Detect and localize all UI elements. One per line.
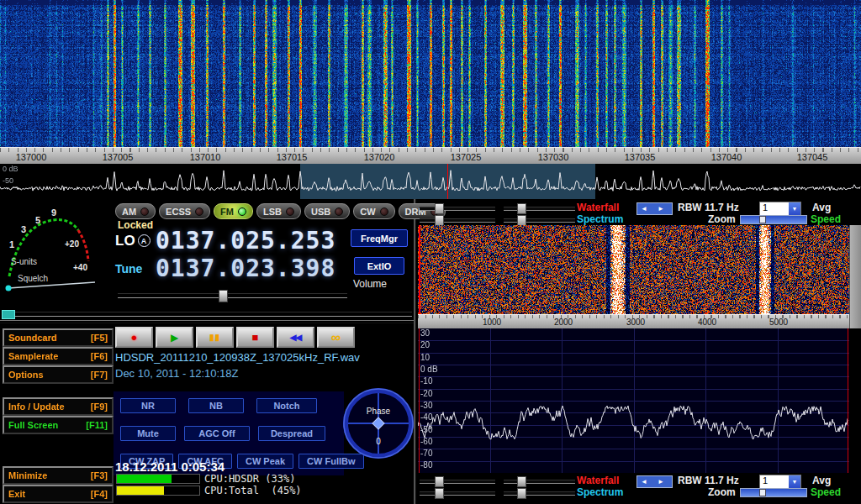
button-hotkey: [F6]: [91, 351, 108, 361]
slider-handle[interactable]: [435, 488, 444, 499]
play-icon: ▶: [171, 333, 178, 343]
spectrum-toggle[interactable]: Spectrum: [577, 486, 623, 498]
stop-button[interactable]: ■: [236, 327, 274, 348]
s-meter: 1 3 5 9 +20 +40 S-units Squelch: [1, 201, 111, 307]
volume-slider[interactable]: [118, 293, 347, 298]
mute-button[interactable]: Mute: [120, 426, 176, 441]
audio-waterfall[interactable]: [418, 225, 849, 314]
freq-label: 137030: [528, 152, 578, 162]
main-spectrum[interactable]: 0 dB -50: [0, 164, 861, 199]
zoom-slider[interactable]: [740, 488, 807, 497]
lo-frequency-display[interactable]: 0137.025.253: [156, 228, 335, 254]
mode-led-icon: [380, 207, 388, 216]
zoom-slider[interactable]: [740, 215, 807, 224]
pause-button[interactable]: ▮▮: [196, 327, 234, 348]
waterfall-contrast-slider[interactable]: [504, 480, 575, 484]
db-label: -10: [420, 376, 432, 386]
minimize-button[interactable]: Minimize [F3]: [3, 466, 114, 485]
exit-button[interactable]: Exit [F4]: [3, 485, 114, 503]
pause-icon: ▮▮: [209, 333, 220, 342]
nb-button[interactable]: NB: [188, 398, 244, 413]
despread-button[interactable]: Despread: [258, 426, 325, 441]
soundcard-button[interactable]: Soundcard [F5]: [3, 328, 114, 347]
button-label: Samplerate: [8, 351, 58, 361]
cpu-hdsdr-label: CPU:HDSDR (33%): [204, 473, 295, 485]
db-label: 20: [420, 340, 430, 349]
mode-label: AM: [122, 207, 136, 217]
freqmgr-button[interactable]: FreqMgr: [351, 229, 408, 247]
s-meter-units-label: S-units: [11, 257, 37, 266]
freq-label: 3000: [610, 318, 661, 327]
right-controls-bottom: Waterfall ◄ ► RBW 11.7 Hz 1 ▼ Avg Spectr…: [416, 475, 861, 498]
mode-led-icon: [335, 207, 343, 216]
freq-label: 137005: [92, 152, 143, 162]
waterfall-side-strip: [849, 225, 861, 328]
waterfall-toggle[interactable]: Waterfall: [577, 475, 619, 486]
db-label: -60: [420, 437, 432, 446]
db-label: -40: [420, 412, 432, 422]
volume-slider-handle[interactable]: [219, 290, 228, 302]
tune-frequency-display[interactable]: 0137.023.398: [156, 256, 335, 281]
main-spectrum-canvas[interactable]: [0, 164, 861, 199]
waterfall-contrast-slider[interactable]: [504, 207, 575, 211]
s-meter-needle-tip: [6, 286, 12, 291]
cw-peak-button[interactable]: CW Peak: [237, 454, 293, 469]
lo-lock-badge[interactable]: A: [138, 234, 151, 247]
slider-handle[interactable]: [517, 488, 526, 499]
phase-scope: Phase 0: [340, 382, 417, 463]
mode-cw-button[interactable]: CW: [353, 203, 394, 219]
zoom-slider-handle[interactable]: [759, 489, 766, 496]
stop-icon: ■: [252, 332, 259, 343]
freq-label: 137040: [701, 152, 752, 162]
zoom-slider-handle[interactable]: [759, 216, 766, 223]
squelch-slider[interactable]: [2, 312, 412, 317]
spectrum-brightness-slider[interactable]: [420, 218, 495, 223]
rewind-button[interactable]: ◀◀: [277, 327, 314, 348]
phase-label: Phase: [367, 407, 391, 416]
mode-ecss-button[interactable]: ECSS: [159, 203, 210, 219]
nr-button[interactable]: NR: [120, 398, 176, 413]
loop-button[interactable]: ∞: [317, 327, 355, 348]
freq-label: 137015: [267, 152, 317, 162]
agc-off-button[interactable]: AGC Off: [184, 426, 250, 441]
mode-am-button[interactable]: AM: [115, 203, 156, 219]
spectrum-brightness-slider[interactable]: [420, 491, 495, 496]
db-label: -20: [420, 389, 432, 398]
spectrum-toggle[interactable]: Spectrum: [577, 213, 623, 225]
mode-label: CW: [360, 207, 375, 217]
spectrum-contrast-slider[interactable]: [504, 218, 575, 223]
main-frequency-scale[interactable]: 137000 137005 137010 137015 137020 13702…: [0, 147, 861, 165]
tune-label: Tune: [115, 262, 142, 276]
freq-label: 137035: [615, 152, 665, 162]
options-button[interactable]: Options [F7]: [3, 365, 114, 384]
audio-spectrum-canvas[interactable]: [418, 328, 849, 473]
avg-label: Avg: [812, 475, 831, 486]
play-button[interactable]: ▶: [156, 327, 193, 348]
main-waterfall[interactable]: [0, 0, 861, 147]
cpu-hdsdr-bar-fill: [117, 475, 172, 483]
waterfall-toggle[interactable]: Waterfall: [577, 202, 619, 213]
squelch-slider-handle[interactable]: [2, 310, 15, 319]
audio-spectrum[interactable]: 30 20 10 0 dB -10 -20 -30 -40 -50 -60 -7…: [418, 328, 849, 473]
volume-label: Volume: [353, 278, 387, 290]
notch-button[interactable]: Notch: [256, 398, 317, 413]
record-button[interactable]: ●: [115, 327, 153, 348]
samplerate-button[interactable]: Samplerate [F6]: [3, 347, 114, 365]
spectrum-contrast-slider[interactable]: [504, 491, 575, 496]
extio-button[interactable]: ExtIO: [354, 257, 404, 275]
tune-frequency-row: Tune 0137.023.398: [115, 255, 335, 281]
info-update-button[interactable]: Info / Update [F9]: [3, 397, 114, 416]
cpu-total-bar: [116, 486, 200, 496]
cpu-total-label: CPU:Total (45%): [204, 485, 302, 496]
waterfall-brightness-slider[interactable]: [420, 480, 495, 484]
speed-label: Speed: [811, 213, 841, 225]
mode-usb-button[interactable]: USB: [304, 203, 350, 219]
waterfall-brightness-slider[interactable]: [420, 207, 495, 211]
zoom-label: Zoom: [708, 486, 736, 498]
fullscreen-button[interactable]: Full Screen [F11]: [3, 416, 114, 434]
mode-lsb-button[interactable]: LSB: [256, 203, 301, 219]
mode-led-icon: [140, 207, 149, 216]
mode-fm-button[interactable]: FM: [214, 203, 253, 219]
zoom-label: Zoom: [708, 213, 736, 225]
button-hotkey: [F4]: [91, 489, 108, 499]
